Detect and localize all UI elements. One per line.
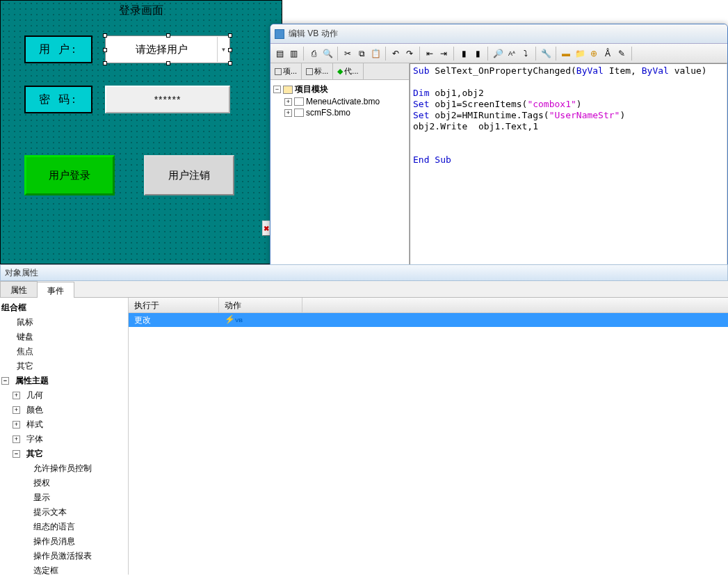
grid-col-execute: 执行于 xyxy=(129,298,219,312)
module-icon[interactable]: ▬ xyxy=(560,47,572,60)
wrench-icon[interactable]: 🔧 xyxy=(540,47,552,60)
undo-icon[interactable]: ↶ xyxy=(389,47,402,60)
user-label: 用 户: xyxy=(24,35,92,63)
login-screen: 登录画面 用 户: 请选择用户 ▼ 密 码: ****** 用户登录 用户注销 … xyxy=(0,0,282,264)
grid-row-change[interactable]: 更改 ⚡VB xyxy=(129,313,728,327)
preview-icon[interactable]: 🔍 xyxy=(321,47,334,60)
folder-icon xyxy=(283,86,293,94)
bookmark2-icon[interactable]: ▮ xyxy=(471,47,484,60)
vb-titlebar[interactable]: 编辑 VB 动作 xyxy=(270,24,727,44)
password-input[interactable]: ****** xyxy=(105,86,230,113)
file-icon xyxy=(294,97,304,106)
combo-placeholder: 请选择用户 xyxy=(106,43,217,56)
indent-icon[interactable]: ⇥ xyxy=(437,47,450,60)
expand-icon[interactable]: + xyxy=(284,109,292,117)
close-icon: ✖ xyxy=(264,225,269,232)
props-tabs: 属性 事件 xyxy=(0,281,728,298)
copy-icon[interactable]: ⧉ xyxy=(355,47,368,60)
props-title: 对象属性 xyxy=(0,264,728,281)
vb-tab-project[interactable]: 项... xyxy=(270,63,302,79)
collapse-icon[interactable]: − xyxy=(273,86,281,93)
vb-app-icon xyxy=(275,29,284,39)
print-icon[interactable]: ⎙ xyxy=(307,47,320,60)
folder-icon[interactable]: 📁 xyxy=(574,47,586,60)
expand-icon[interactable]: + xyxy=(13,421,20,429)
expand-icon[interactable]: + xyxy=(13,392,20,399)
collapse-icon[interactable]: − xyxy=(1,377,9,385)
properties-panel: 对象属性 属性 事件 组合框 鼠标 键盘 焦点 其它 − 属性主题 + 几何 +… xyxy=(0,264,728,576)
vb-tab-code[interactable]: ◆代... xyxy=(333,63,363,79)
props-grid: 执行于 动作 更改 ⚡VB xyxy=(129,298,728,575)
compass2-icon[interactable]: ✎ xyxy=(615,47,628,60)
tab-properties[interactable]: 属性 xyxy=(0,281,38,297)
grid-col-action: 动作 xyxy=(219,298,302,312)
open-icon[interactable]: ▥ xyxy=(287,47,300,60)
expand-icon[interactable]: + xyxy=(13,406,20,414)
vb-toolbar: ▤ ▥ ⎙ 🔍 ✂ ⧉ 📋 ↶ ↷ ⇤ ⇥ ▮ ▮ 🔎 Aᴬ ⤵ 🔧 ▬ 📁 ⊕… xyxy=(270,44,727,63)
compass-icon[interactable]: Å xyxy=(601,47,614,60)
user-combobox[interactable]: 请选择用户 ▼ xyxy=(105,35,230,63)
login-button[interactable]: 用户登录 xyxy=(24,155,115,195)
vb-project-tree[interactable]: −项目模块 +MeneuActivate.bmo +scmFS.bmo xyxy=(270,80,409,121)
goto-icon[interactable]: ⤵ xyxy=(519,47,532,60)
vb-title: 编辑 VB 动作 xyxy=(289,28,338,40)
logout-button[interactable]: 用户注销 xyxy=(144,155,234,195)
expand-icon[interactable]: + xyxy=(284,98,292,106)
outdent-icon[interactable]: ⇤ xyxy=(423,47,436,60)
redo-icon[interactable]: ↷ xyxy=(403,47,416,60)
add-icon[interactable]: ⊕ xyxy=(588,47,600,60)
paste-icon[interactable]: 📋 xyxy=(369,47,382,60)
replace-icon[interactable]: Aᴬ xyxy=(505,47,518,60)
file-icon xyxy=(294,109,304,117)
new-icon[interactable]: ▤ xyxy=(273,47,286,60)
collapse-icon[interactable]: − xyxy=(13,450,20,458)
password-label: 密 码: xyxy=(24,86,92,113)
find-icon[interactable]: 🔎 xyxy=(492,47,504,60)
vbscript-action-icon: ⚡ xyxy=(225,314,235,324)
login-title: 登录画面 xyxy=(1,3,282,18)
vb-tab-standard[interactable]: 标... xyxy=(302,63,333,79)
bookmark-icon[interactable]: ▮ xyxy=(458,47,470,60)
expand-icon[interactable]: + xyxy=(13,435,20,443)
props-tree[interactable]: 组合框 鼠标 键盘 焦点 其它 − 属性主题 + 几何 + 颜色 + 样式 + … xyxy=(0,298,129,575)
cut-icon[interactable]: ✂ xyxy=(341,47,354,60)
tab-events[interactable]: 事件 xyxy=(37,282,74,298)
